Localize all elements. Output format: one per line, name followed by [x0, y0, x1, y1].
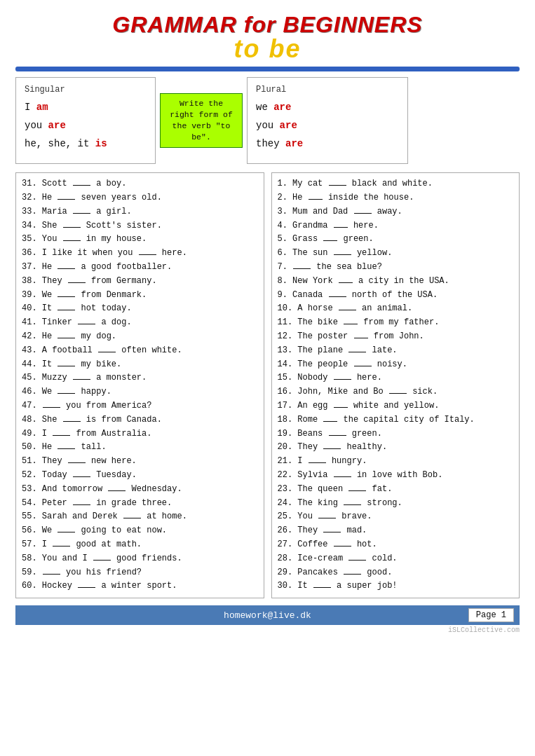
footer: homework@live.dk Page 1	[15, 605, 520, 625]
footer-email: homework@live.dk	[144, 610, 391, 621]
plural-row-3: they are	[256, 138, 395, 149]
list-item: 31. Scott a boy.	[22, 177, 258, 191]
list-item: 24. The king strong.	[278, 497, 514, 511]
list-item: 14. The people noisy.	[278, 358, 514, 372]
list-item: 8. New York a city in the USA.	[278, 275, 514, 289]
list-item: 7. the sea blue?	[278, 261, 514, 275]
left-exercises-column: 31. Scott a boy.32. He seven years old.3…	[15, 172, 264, 598]
list-item: 36. I like it when you here.	[22, 247, 258, 261]
list-item: 48. She is from Canada.	[22, 413, 258, 427]
singular-label: Singular	[25, 85, 142, 95]
list-item: 33. Maria a girl.	[22, 205, 258, 219]
list-item: 51. They new here.	[22, 455, 258, 469]
verb-are-you-plural: are	[280, 120, 297, 131]
list-item: 18. Rome the capital city of Italy.	[278, 413, 514, 427]
list-item: 58. You and I good friends.	[22, 552, 258, 566]
verb-is: is	[95, 138, 107, 149]
page-number: Page 1	[468, 608, 514, 622]
footer-right: Page 1	[391, 608, 514, 622]
subtitle: to be	[15, 34, 520, 64]
list-item: 43. A football often white.	[22, 344, 258, 358]
list-item: 44. It my bike.	[22, 358, 258, 372]
blue-line-top	[15, 67, 520, 71]
list-item: 54. Peter in grade three.	[22, 497, 258, 511]
plural-row-1: we are	[256, 102, 395, 113]
list-item: 46. We happy.	[22, 385, 258, 399]
list-item: 21. I hungry.	[278, 455, 514, 469]
list-item: 25. You brave.	[278, 510, 514, 524]
list-item: 56. We going to eat now.	[22, 524, 258, 538]
exercises-section: 31. Scott a boy.32. He seven years old.3…	[15, 172, 520, 598]
list-item: 11. The bike from my father.	[278, 316, 514, 330]
list-item: 6. The sun yellow.	[278, 247, 514, 261]
list-item: 22. Sylvia in love with Bob.	[278, 469, 514, 483]
list-item: 13. The plane late.	[278, 344, 514, 358]
list-item: 16. John, Mike and Bo sick.	[278, 385, 514, 399]
list-item: 34. She Scott's sister.	[22, 219, 258, 233]
list-item: 52. Today Tuesday.	[22, 469, 258, 483]
list-item: 45. Muzzy a monster.	[22, 371, 258, 385]
list-item: 42. He my dog.	[22, 330, 258, 344]
singular-row-2: you are	[25, 120, 142, 131]
list-item: 29. Pancakes good.	[278, 566, 514, 580]
verb-are-singular: are	[48, 120, 66, 131]
center-note-box: Write the right form of the verb "to be"…	[156, 77, 247, 164]
list-item: 17. An egg white and yellow.	[278, 399, 514, 413]
plural-box: Plural we are you are they are	[247, 77, 408, 164]
watermark: iSLCollective.com	[15, 626, 520, 634]
list-item: 41. Tinker a dog.	[22, 316, 258, 330]
list-item: 27. Coffee hot.	[278, 538, 514, 552]
list-item: 3. Mum and Dad away.	[278, 205, 514, 219]
list-item: 23. The queen fat.	[278, 483, 514, 497]
list-item: 1. My cat black and white.	[278, 177, 514, 191]
list-item: 53. And tomorrow Wednesday.	[22, 483, 258, 497]
list-item: 39. We from Denmark.	[22, 289, 258, 303]
list-item: 60. Hockey a winter sport.	[22, 579, 258, 593]
right-exercises-column: 1. My cat black and white.2. He inside t…	[271, 172, 520, 598]
list-item: 4. Grandma here.	[278, 219, 514, 233]
list-item: 49. I from Australia.	[22, 427, 258, 441]
verb-am: am	[36, 102, 48, 113]
green-note: Write the right form of the verb "to be"…	[160, 93, 243, 148]
singular-box: Singular I am you are he, she, it is	[15, 77, 156, 164]
list-item: 5. Grass green.	[278, 233, 514, 247]
list-item: 30. It a super job!	[278, 579, 514, 593]
verb-are-they: are	[285, 138, 303, 149]
list-item: 19. Beans green.	[278, 427, 514, 441]
plural-label: Plural	[256, 85, 395, 95]
list-item: 15. Nobody here.	[278, 371, 514, 385]
list-item: 10. A horse an animal.	[278, 302, 514, 316]
list-item: 2. He inside the house.	[278, 191, 514, 205]
list-item: 55. Sarah and Derek at home.	[22, 510, 258, 524]
page-title: GRAMMAR for BEGINNERS	[15, 13, 520, 37]
list-item: 35. You in my house.	[22, 233, 258, 247]
list-item: 40. It hot today.	[22, 302, 258, 316]
list-item: 26. They mad.	[278, 524, 514, 538]
list-item: 28. Ice-cream cold.	[278, 552, 514, 566]
singular-row-1: I am	[25, 102, 142, 113]
list-item: 37. He a good footballer.	[22, 261, 258, 275]
list-item: 50. He tall.	[22, 441, 258, 455]
list-item: 20. They healthy.	[278, 441, 514, 455]
list-item: 47. you from America?	[22, 399, 258, 413]
list-item: 38. They from Germany.	[22, 275, 258, 289]
singular-row-3: he, she, it is	[25, 138, 142, 149]
list-item: 59. you his friend?	[22, 566, 258, 580]
list-item: 12. The poster from John.	[278, 330, 514, 344]
list-item: 9. Canada north of the USA.	[278, 289, 514, 303]
plural-row-2: you are	[256, 120, 395, 131]
verb-are-we: are	[273, 102, 291, 113]
list-item: 32. He seven years old.	[22, 191, 258, 205]
list-item: 57. I good at math.	[22, 538, 258, 552]
